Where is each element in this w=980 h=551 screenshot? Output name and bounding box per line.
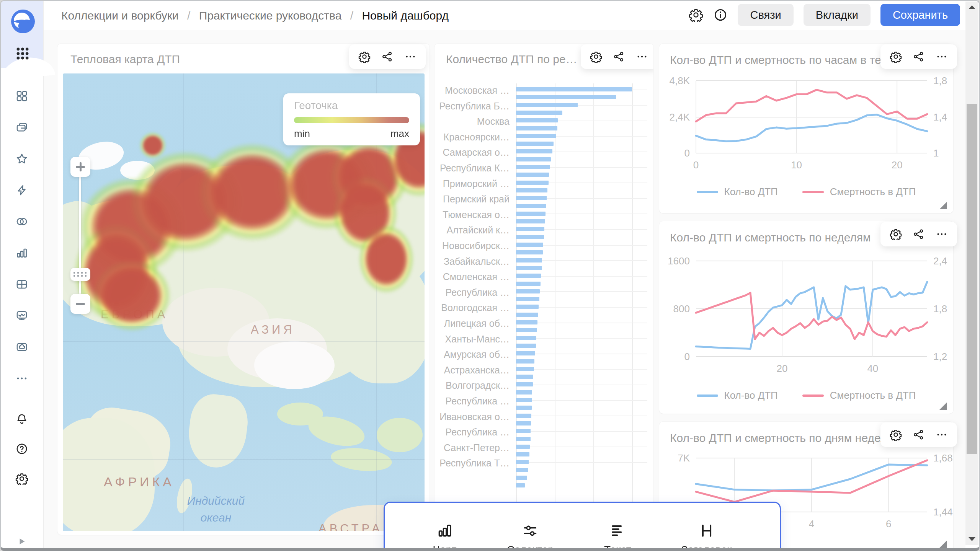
scroll-up-arrow[interactable] <box>969 5 975 9</box>
line-chart-widget[interactable]: Кол-во ДТП и смертность по часам в течен… <box>659 44 953 213</box>
bar[interactable] <box>516 437 531 441</box>
bar[interactable] <box>516 173 549 177</box>
bar[interactable] <box>516 118 558 122</box>
bar[interactable] <box>516 359 534 364</box>
gear-icon[interactable] <box>890 429 902 441</box>
bar[interactable] <box>516 87 632 91</box>
bar[interactable] <box>516 328 537 332</box>
bar[interactable] <box>516 344 536 348</box>
bar[interactable] <box>516 390 532 395</box>
collections-icon[interactable] <box>15 121 28 134</box>
bar[interactable] <box>516 227 544 231</box>
relations-button[interactable]: Связи <box>738 4 793 26</box>
favorites-icon[interactable] <box>15 152 28 165</box>
page-scrollbar[interactable] <box>965 2 978 545</box>
ellipsis-icon[interactable] <box>936 429 948 441</box>
bar[interactable] <box>516 274 541 278</box>
save-button[interactable]: Сохранить <box>880 4 960 26</box>
bar[interactable] <box>516 134 556 138</box>
bar[interactable] <box>516 468 528 472</box>
dashboards-icon[interactable] <box>15 90 28 103</box>
bar[interactable] <box>516 188 547 192</box>
gear-icon[interactable] <box>890 51 902 63</box>
bar[interactable] <box>516 445 530 449</box>
bar[interactable] <box>516 289 540 293</box>
bar[interactable] <box>516 126 557 130</box>
breadcrumb-guides[interactable]: Практические руководства <box>199 9 342 22</box>
tabs-button[interactable]: Вкладки <box>804 4 871 26</box>
bar[interactable] <box>516 95 616 99</box>
settings-gear-icon[interactable] <box>689 8 703 22</box>
bar[interactable] <box>516 382 533 386</box>
bar-chart-widget[interactable]: Количество ДТП по регионам Московская …Р… <box>434 44 653 535</box>
apps-grid-icon[interactable] <box>15 46 30 61</box>
widget-more-icon[interactable] <box>404 51 416 63</box>
bar[interactable] <box>516 476 527 480</box>
legend-item[interactable]: Смертность в ДТП <box>802 548 916 551</box>
bar[interactable] <box>516 336 536 340</box>
cloud-folder-icon[interactable] <box>15 341 28 354</box>
settings-icon[interactable] <box>15 472 28 485</box>
more-icon[interactable] <box>15 372 28 385</box>
bar[interactable] <box>516 204 546 208</box>
bar[interactable] <box>516 149 552 153</box>
charts-icon[interactable] <box>15 246 28 259</box>
legend-item[interactable]: Кол-во ДТП <box>697 186 778 198</box>
resize-handle[interactable] <box>939 402 947 410</box>
bar[interactable] <box>516 142 554 146</box>
scroll-down-arrow[interactable] <box>969 537 975 541</box>
widget-links-icon[interactable] <box>381 51 394 63</box>
help-icon[interactable] <box>15 442 28 455</box>
share-icon[interactable] <box>913 228 925 240</box>
bar[interactable] <box>516 460 529 464</box>
notifications-icon[interactable] <box>15 412 28 425</box>
expand-arrow-icon[interactable] <box>15 536 28 546</box>
table-icon[interactable] <box>15 278 28 291</box>
bar[interactable] <box>516 351 535 355</box>
bar[interactable] <box>516 111 562 115</box>
share-icon[interactable] <box>913 429 925 441</box>
zoom-in-button[interactable] <box>70 157 90 177</box>
line-chart-widget[interactable]: Кол-во ДТП и смертность по неделям160080… <box>659 221 953 414</box>
bar[interactable] <box>516 406 532 410</box>
bar[interactable] <box>516 103 578 107</box>
resize-handle[interactable] <box>939 202 947 209</box>
toolbar-item-текст[interactable]: Текст <box>604 522 631 551</box>
widget-more-icon[interactable] <box>636 51 648 63</box>
widget-settings-icon[interactable] <box>358 51 371 63</box>
bar[interactable] <box>516 398 532 402</box>
widget-links-icon[interactable] <box>613 51 625 63</box>
ellipsis-icon[interactable] <box>936 228 948 240</box>
zoom-slider-handle[interactable] <box>70 268 90 281</box>
bar[interactable] <box>516 258 542 262</box>
toolbar-item-заголовок[interactable]: Заголовок <box>681 522 732 551</box>
bar[interactable] <box>516 282 541 286</box>
toolbar-item-селектор[interactable]: Селектор <box>507 522 554 551</box>
bar[interactable] <box>516 157 551 161</box>
widget-settings-icon[interactable] <box>590 51 602 63</box>
heatmap-widget[interactable]: Тепловая карта ДТП <box>57 44 430 535</box>
bar[interactable] <box>516 483 525 487</box>
bar[interactable] <box>516 235 544 239</box>
breadcrumb-collections[interactable]: Коллекции и воркбуки <box>61 9 179 22</box>
gear-icon[interactable] <box>890 228 902 240</box>
lightning-icon[interactable] <box>15 184 28 197</box>
bar[interactable] <box>516 297 539 301</box>
share-icon[interactable] <box>913 51 925 63</box>
bar[interactable] <box>516 320 537 324</box>
resize-handle[interactable] <box>939 540 947 548</box>
bar[interactable] <box>516 305 539 309</box>
ellipsis-icon[interactable] <box>936 51 948 63</box>
info-icon[interactable] <box>713 8 728 22</box>
legend-item[interactable]: Кол-во ДТП <box>697 548 778 551</box>
datalens-logo-icon[interactable] <box>11 9 35 34</box>
monitoring-icon[interactable] <box>15 309 28 322</box>
bar[interactable] <box>516 165 550 169</box>
bar[interactable] <box>516 313 538 317</box>
bar[interactable] <box>516 452 529 456</box>
bar[interactable] <box>516 367 534 371</box>
bar[interactable] <box>516 243 543 247</box>
bar[interactable] <box>516 266 542 270</box>
bar[interactable] <box>516 196 547 200</box>
zoom-out-button[interactable] <box>70 294 90 314</box>
